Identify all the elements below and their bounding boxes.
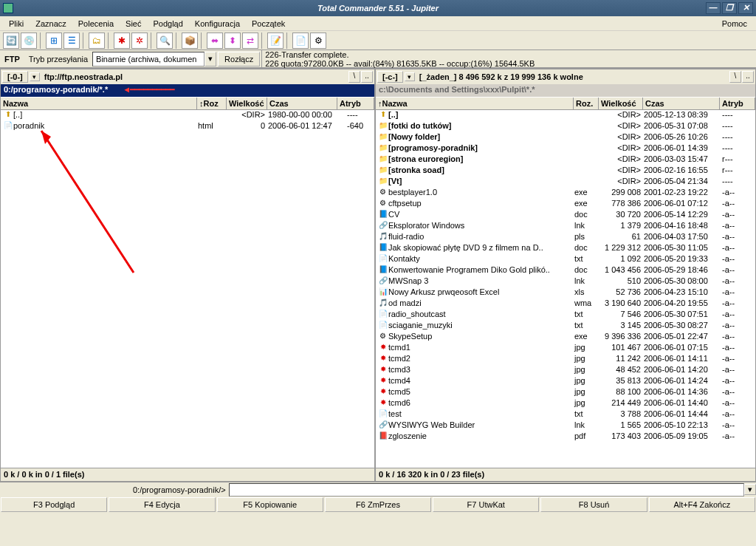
left-nav-up[interactable]: ..: [361, 71, 373, 83]
left-nav-root[interactable]: \: [348, 71, 360, 83]
right-path[interactable]: c:\Documents and Settings\xxx\Pulpit\*.*: [376, 84, 755, 97]
list-item[interactable]: 📁[fotki do tutków]<DIR>2006-05-31 07:08-…: [376, 121, 755, 132]
list-item[interactable]: ✸tcmd3jpg48 4522006-06-01 14:20-a--: [376, 365, 755, 376]
list-item[interactable]: 📊Nowy Arkusz prwqeosoft Excelxls52 73620…: [376, 287, 755, 298]
list-item[interactable]: ⬆[..]<DIR>2005-12-13 08:39----: [376, 110, 755, 121]
menu-konfiguracja[interactable]: Konfiguracja: [189, 18, 246, 30]
ftp-mode-drop[interactable]: ▾: [205, 52, 216, 66]
close-btn[interactable]: ✕: [738, 2, 753, 14]
txt-icon: 📄: [377, 321, 388, 332]
list-item[interactable]: 📁[strona euroregion]<DIR>2006-03-03 15:4…: [376, 154, 755, 165]
right-col-header[interactable]: ↑Nazwa Roz. Wielkość Czas Atryb: [376, 97, 755, 110]
cmdline-drop[interactable]: ▾: [744, 484, 756, 495]
menu-siec[interactable]: Sieć: [120, 18, 147, 30]
right-col-ext[interactable]: Roz.: [574, 98, 599, 109]
list-item[interactable]: 🔗WYSIWYG Web Builderlnk1 5652006-05-10 2…: [376, 420, 755, 431]
list-item[interactable]: ✸tcmd4jpg35 8132006-06-01 14:24-a--: [376, 376, 755, 387]
f5-btn[interactable]: F5 Kopiowanie: [217, 497, 323, 512]
menu-pliki[interactable]: Pliki: [3, 18, 30, 30]
right-col-attr[interactable]: Atryb: [720, 98, 755, 109]
list-item[interactable]: 🔗Eksplorator Windowslnk1 3792006-04-16 1…: [376, 221, 755, 232]
altf4-btn[interactable]: Alt+F4 Zakończ: [649, 497, 755, 512]
left-col-size[interactable]: Wielkość: [227, 98, 267, 109]
tbtn-ftp1[interactable]: ⬌: [207, 33, 223, 49]
f8-btn[interactable]: F8 Usuń: [540, 497, 647, 512]
list-item[interactable]: 🎵od madziwma3 190 6402006-04-20 19:55-a-…: [376, 298, 755, 310]
left-col-name[interactable]: Nazwa: [1, 98, 197, 109]
menu-poczatek[interactable]: Początek: [246, 18, 291, 30]
item-attr: -640: [346, 121, 363, 132]
right-drive-btn[interactable]: [-c-]: [377, 71, 403, 83]
list-item[interactable]: 📄sciaganie_muzykitxt3 1452006-05-30 08:2…: [376, 321, 755, 332]
list-item[interactable]: 🎵fluid-radiopls612006-04-03 17:50-a--: [376, 232, 755, 243]
left-col-attr[interactable]: Atryb: [337, 98, 374, 109]
ftp-mode-combo[interactable]: Binarnie (archiwa, dokumen: [92, 52, 205, 66]
minimize-btn[interactable]: —: [706, 2, 721, 14]
list-item[interactable]: ✸tcmd5jpg88 1002006-06-01 14:36-a--: [376, 387, 755, 398]
menu-podglad[interactable]: Podgląd: [147, 18, 188, 30]
tbtn-tool2[interactable]: ⚙: [310, 33, 326, 49]
tbtn-star[interactable]: ✱: [114, 33, 130, 49]
tbtn-tree[interactable]: 🗂: [89, 33, 105, 49]
list-item[interactable]: 📁[Vt]<DIR>2006-05-04 21:34----: [376, 177, 755, 188]
right-file-list[interactable]: ⬆[..]<DIR>2005-12-13 08:39----📁[fotki do…: [376, 110, 755, 468]
left-drive-btn[interactable]: [-0-]: [2, 71, 28, 83]
tbtn-search[interactable]: 🔍: [157, 33, 173, 49]
menu-zaznacz[interactable]: Zaznacz: [30, 18, 72, 30]
list-item[interactable]: 📘Konwertowanie Programem Diko Gold plikó…: [376, 265, 755, 276]
tbtn-pack[interactable]: 📦: [182, 33, 198, 49]
list-item[interactable]: ⬆[..]<DIR>1980-00-00 00:00----: [1, 110, 374, 121]
list-item[interactable]: ⚙SkypeSetupexe9 396 3362006-05-01 22:47-…: [376, 332, 755, 343]
right-col-name[interactable]: ↑Nazwa: [376, 98, 574, 109]
left-path[interactable]: 0:/programosy-poradnik/*.*◄━━━━━━━━━━: [1, 84, 374, 97]
menu-polecenia[interactable]: Polecenia: [72, 18, 120, 30]
menu-pomoc[interactable]: Pomoc: [716, 18, 753, 30]
list-item[interactable]: 📁[Nowy folder]<DIR>2006-05-26 10:26----: [376, 132, 755, 143]
right-nav-root[interactable]: \: [729, 71, 741, 83]
list-item[interactable]: 📁[programosy-poradnik]<DIR>2006-06-01 14…: [376, 143, 755, 154]
list-item[interactable]: 📕zgloszeniepdf173 4032006-05-09 19:05-a-…: [376, 431, 755, 443]
right-nav-up[interactable]: ..: [742, 71, 754, 83]
f3-btn[interactable]: F3 Podgląd: [1, 497, 107, 512]
left-file-list[interactable]: ⬆[..]<DIR>1980-00-00 00:00----📄poradnikh…: [1, 110, 374, 468]
list-item[interactable]: 📄poradnikhtml02006-06-01 12:47-640: [1, 121, 374, 132]
list-item[interactable]: ✸tcmd6jpg214 4492006-06-01 14:40-a--: [376, 398, 755, 409]
cmdline-input[interactable]: [229, 483, 744, 496]
list-item[interactable]: ✸tcmd1jpg101 4672006-06-01 07:15-a--: [376, 343, 755, 354]
tbtn-refresh[interactable]: 🔄: [3, 33, 19, 49]
list-item[interactable]: 📘CVdoc30 7202006-05-14 12:29-a--: [376, 210, 755, 221]
tbtn-notepad[interactable]: 📝: [267, 33, 284, 49]
item-ext: lnk: [574, 276, 599, 287]
left-col-header[interactable]: Nazwa ↕Roz Wielkość Czas Atryb: [1, 97, 374, 110]
right-col-size[interactable]: Wielkość: [599, 98, 643, 109]
list-item[interactable]: 📄testtxt3 7882006-06-01 14:44-a--: [376, 409, 755, 420]
f4-btn[interactable]: F4 Edycja: [109, 497, 215, 512]
f6-btn[interactable]: F6 ZmPrzes: [325, 497, 431, 512]
item-name: tcmd1: [388, 343, 574, 354]
list-item[interactable]: ⚙bestplayer1.0exe299 0082001-02-23 19:22…: [376, 188, 755, 199]
tbtn-star2[interactable]: ✲: [131, 33, 148, 49]
left-col-date[interactable]: Czas: [267, 98, 337, 109]
tbtn-view2[interactable]: ☰: [63, 33, 80, 49]
left-col-ext[interactable]: ↕Roz: [197, 98, 227, 109]
tbtn-tool1[interactable]: 📄: [292, 33, 309, 49]
f7-btn[interactable]: F7 UtwKat: [433, 497, 539, 512]
tbtn-ftp2[interactable]: ⬍: [224, 33, 241, 49]
item-ext: [198, 110, 227, 121]
tbtn-ftp3[interactable]: ⇄: [242, 33, 258, 49]
ftp-disconnect-btn[interactable]: Rozłącz: [218, 52, 260, 66]
list-item[interactable]: ✸tcmd2jpg11 2422006-06-01 14:11-a--: [376, 354, 755, 365]
maximize-btn[interactable]: ❐: [722, 2, 737, 14]
list-item[interactable]: 📄Kontaktytxt1 0922006-05-20 19:33-a--: [376, 254, 755, 265]
right-col-date[interactable]: Czas: [643, 98, 720, 109]
list-item[interactable]: ⚙cftpsetupexe778 3862006-06-01 07:12-a--: [376, 199, 755, 210]
left-drive-drop[interactable]: ▾: [30, 72, 40, 81]
right-drive-drop[interactable]: ▾: [405, 72, 415, 81]
list-item[interactable]: 🔗MWSnap 3lnk5102006-05-30 08:00-a--: [376, 276, 755, 287]
list-item[interactable]: 📘Jak skopiować płytę DVD 9 z filmem na D…: [376, 243, 755, 254]
tbtn-cd[interactable]: 💿: [21, 33, 37, 49]
list-item[interactable]: 📄radio_shoutcasttxt7 5462006-05-30 07:51…: [376, 310, 755, 321]
list-item[interactable]: 📁[stronka soad]<DIR>2006-02-16 16:55r---: [376, 165, 755, 177]
tbtn-view1[interactable]: ⊞: [46, 33, 62, 49]
item-name: sciaganie_muzyki: [388, 321, 574, 332]
